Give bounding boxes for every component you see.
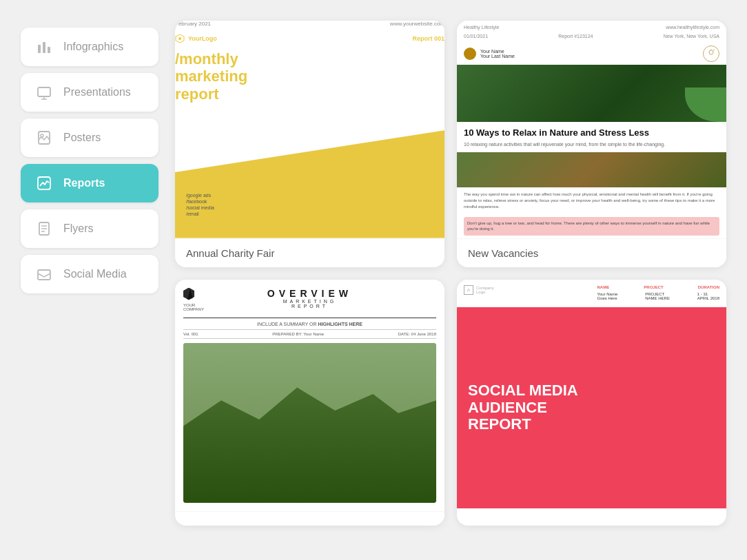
flyers-icon: [34, 219, 54, 238]
card1-report-label: Report 001: [412, 35, 444, 42]
reports-icon: [34, 174, 54, 193]
sidebar-item-infographics-label: Infographics: [63, 41, 123, 53]
card2-subtitle: 10 relaxing nature activities that will …: [457, 141, 726, 152]
card1-preview: February 2021 www.yourwebsite.com YourLo…: [175, 21, 444, 238]
card2-preview: Healthy Lifestyle www.healthylifestyle.c…: [457, 21, 726, 238]
card3-label: [175, 511, 444, 526]
sidebar-item-posters[interactable]: Posters: [21, 118, 158, 157]
card3-summary: INCLUDE A SUMMARY OR HIGHLIGHTS HERE: [183, 322, 436, 326]
svg-rect-1: [43, 42, 45, 53]
card4-pink-section: SOCIAL MEDIAAUDIENCEREPORT: [457, 307, 726, 509]
sidebar-item-infographics[interactable]: Infographics: [21, 28, 158, 66]
card2-header-bar: Healthy Lifestyle www.healthylifestyle.c…: [457, 21, 726, 34]
svg-point-15: [709, 50, 713, 54]
social-media-icon: [34, 265, 54, 284]
card4-label: [457, 508, 726, 526]
card1-logo-text: YourLogo: [188, 35, 217, 42]
sidebar: Infographics Presentations: [21, 21, 158, 293]
card4-top: A CompanyLogo NAME PROJECT DURATION: [457, 280, 726, 307]
sidebar-item-reports-label: Reports: [63, 177, 105, 189]
sidebar-item-social-media[interactable]: Social Media: [21, 255, 158, 293]
card2-avatar: [464, 48, 476, 60]
card1-url: www.yourwebsite.com: [390, 21, 444, 27]
card4-logo-area: A CompanyLogo: [464, 285, 592, 295]
card4-preview: A CompanyLogo NAME PROJECT DURATION: [457, 280, 726, 509]
card1-title: /monthlymarketingreport: [175, 50, 444, 103]
card2-user-info: Your Name Your Last Name: [480, 49, 515, 59]
card4-column-headers: NAME PROJECT DURATION: [597, 285, 720, 289]
svg-rect-2: [48, 47, 50, 53]
sidebar-item-social-media-label: Social Media: [63, 268, 127, 280]
card2-forest-image: [457, 65, 726, 122]
card4-data-rows: Your NameGoes Here PROJECTNAME HERE 1 - …: [597, 292, 720, 302]
posters-icon: [34, 128, 54, 147]
card3-hex: [183, 288, 194, 300]
card2-label: New Vacancies: [457, 238, 726, 267]
svg-point-14: [178, 37, 181, 40]
card2-user-row: Your Name Your Last Name: [457, 43, 726, 65]
card3-forest-image: [183, 343, 436, 504]
card2-body-text: The way you spend time out in nature can…: [457, 187, 726, 214]
card3-top: YOURCOMPANY OVERVIEW MARKETING REPORT: [183, 288, 436, 311]
card1-yellow-shape: [175, 118, 444, 238]
card1-date: February 2021: [175, 21, 211, 27]
card4-right-col: NAME PROJECT DURATION Your NameGoes Here…: [597, 285, 720, 302]
card3-meta: Vol. 001 PREPARED BY: Your Name DATE: 04…: [183, 329, 436, 339]
sidebar-item-flyers-label: Flyers: [63, 222, 94, 235]
card2-forest2: [457, 152, 726, 187]
card4-social-title: SOCIAL MEDIAAUDIENCEREPORT: [468, 382, 715, 433]
templates-grid: February 2021 www.yourwebsite.com YourLo…: [175, 21, 726, 526]
card2-title: 10 Ways to Relax in Nature and Stress Le…: [457, 122, 726, 141]
card-overview-report[interactable]: YOURCOMPANY OVERVIEW MARKETING REPORT IN…: [175, 280, 444, 526]
svg-rect-0: [38, 45, 41, 53]
card4-logo-text: CompanyLogo: [476, 286, 494, 294]
card4-logo-box: A: [464, 285, 473, 295]
card1-links: /google ads /facebook /social media /ema…: [186, 193, 214, 218]
chart-bar-icon: [34, 37, 54, 56]
sidebar-item-flyers[interactable]: Flyers: [21, 209, 158, 248]
svg-rect-3: [38, 87, 50, 96]
card1-label: Annual Charity Fair: [175, 238, 444, 267]
card-new-vacancies[interactable]: Healthy Lifestyle www.healthylifestyle.c…: [457, 21, 726, 267]
card2-pink-box: Don't give up, hug a tree or two, and he…: [464, 217, 719, 236]
card3-preview: YOURCOMPANY OVERVIEW MARKETING REPORT IN…: [175, 280, 444, 512]
sidebar-item-posters-label: Posters: [63, 132, 101, 144]
sidebar-item-presentations[interactable]: Presentations: [21, 73, 158, 112]
card-annual-charity-fair[interactable]: February 2021 www.yourwebsite.com YourLo…: [175, 21, 444, 267]
sidebar-item-reports[interactable]: Reports: [21, 164, 158, 203]
sidebar-item-presentations-label: Presentations: [63, 86, 131, 98]
card3-divider: [183, 318, 436, 318]
card-social-media-report[interactable]: A CompanyLogo NAME PROJECT DURATION: [457, 280, 726, 526]
svg-line-17: [713, 50, 715, 50]
card3-title: OVERVIEW MARKETING REPORT: [204, 288, 416, 309]
card2-logo-circle: [703, 45, 719, 62]
presentations-icon: [34, 83, 54, 102]
